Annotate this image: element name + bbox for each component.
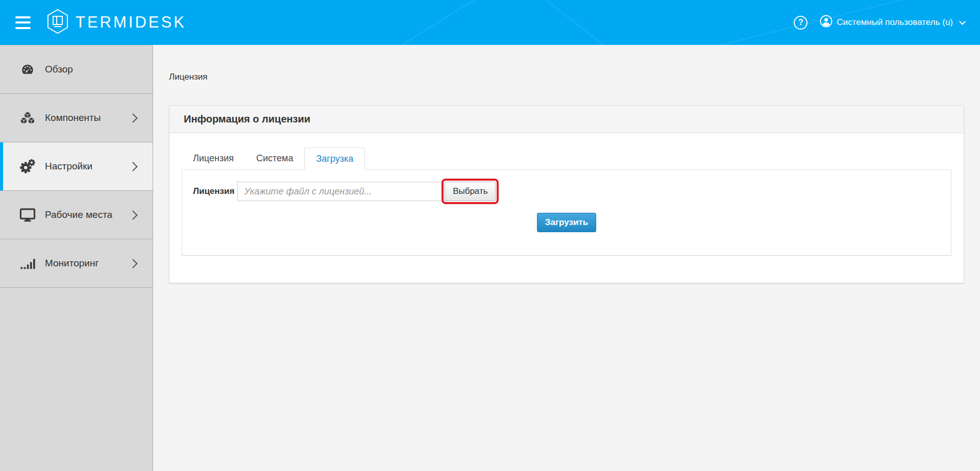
termidesk-hexagon-icon <box>46 9 69 36</box>
sidebar-item-label: Компоненты <box>45 112 101 123</box>
components-icon <box>19 110 36 126</box>
sidebar-item-overview[interactable]: Обзор <box>0 45 153 94</box>
topbar-decor-line <box>425 0 707 45</box>
brand-name: TERMIDESK <box>76 13 186 32</box>
sidebar-item-label: Мониторинг <box>45 258 99 269</box>
main-content: Лицензия Информация о лицензии Лицензия … <box>154 45 980 471</box>
chevron-down-icon <box>959 18 966 25</box>
card-body: Лицензия Система Загрузка Лицензия Выбра… <box>169 133 964 283</box>
upload-button[interactable]: Загрузить <box>537 213 596 232</box>
chevron-right-icon <box>128 210 137 219</box>
choose-file-button[interactable]: Выбрать <box>445 182 496 201</box>
license-file-input[interactable] <box>237 182 442 201</box>
tab-bar: Лицензия Система Загрузка <box>182 147 951 169</box>
tab-upload[interactable]: Загрузка <box>304 147 365 170</box>
sidebar-item-components[interactable]: Компоненты <box>0 94 153 142</box>
license-file-row: Лицензия Выбрать <box>182 170 951 201</box>
sidebar-item-label: Настройки <box>45 161 92 172</box>
topbar-decor-line <box>229 0 619 45</box>
chevron-right-icon <box>128 259 137 268</box>
termidesk-admin-app: TERMIDESK ? Системный пользователь (u) <box>0 0 980 471</box>
user-name-label: Системный пользователь (u) <box>837 17 953 28</box>
workplaces-icon <box>19 207 36 222</box>
sidebar-item-workplaces[interactable]: Рабочие места <box>0 191 153 239</box>
chevron-right-icon <box>128 113 137 122</box>
tab-license[interactable]: Лицензия <box>182 147 245 170</box>
chevron-right-icon <box>128 162 137 171</box>
topbar: TERMIDESK ? Системный пользователь (u) <box>0 0 980 45</box>
help-button[interactable]: ? <box>794 16 807 30</box>
topbar-actions: ? Системный пользователь (u) <box>794 15 980 30</box>
brand-logo[interactable]: TERMIDESK <box>46 9 186 36</box>
license-field-label: Лицензия <box>193 186 234 196</box>
menu-toggle-button[interactable] <box>15 16 31 29</box>
sidebar: Обзор Компоненты <box>0 45 153 471</box>
tab-system[interactable]: Система <box>245 147 305 170</box>
question-mark-icon: ? <box>798 18 803 27</box>
sidebar-item-label: Обзор <box>45 64 73 75</box>
upload-tab-panel: Лицензия Выбрать Загрузить <box>182 169 951 256</box>
settings-icon <box>19 158 36 175</box>
sidebar-item-monitoring[interactable]: Мониторинг <box>0 239 153 288</box>
dashboard-icon <box>19 62 36 77</box>
sidebar-item-label: Рабочие места <box>45 209 112 220</box>
breadcrumb: Лицензия <box>169 72 964 82</box>
license-info-card: Информация о лицензии Лицензия Система З… <box>169 105 964 283</box>
user-avatar-icon <box>820 15 832 30</box>
card-title: Информация о лицензии <box>169 106 964 133</box>
upload-row: Загрузить <box>182 213 951 232</box>
sidebar-item-settings[interactable]: Настройки <box>0 142 153 191</box>
monitoring-icon <box>19 256 36 271</box>
user-menu[interactable]: Системный пользователь (u) <box>820 15 964 30</box>
